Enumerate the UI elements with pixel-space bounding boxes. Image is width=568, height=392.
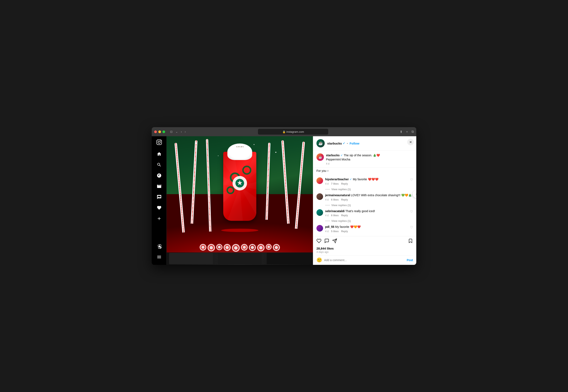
- comment-reply-button[interactable]: Reply: [341, 182, 348, 185]
- instagram-layout: 🔗 starbucks.app.link/HolidayFeatured + 4: [152, 136, 416, 265]
- post-date: 4 days ago: [317, 251, 413, 253]
- comment-reply-button[interactable]: Reply: [341, 230, 348, 233]
- caption-avatar: ☕: [317, 154, 324, 161]
- comment-body: LOVE!! With extra chocolate shaving!!! 💚…: [351, 194, 412, 197]
- comment-item: hipsterartteacher ✓ My favorite ❤️❤️❤️ 4…: [313, 176, 416, 187]
- sidebar-item-explore[interactable]: [155, 171, 164, 180]
- sidebar-item-threads[interactable]: [155, 242, 164, 251]
- comment-like-button[interactable]: ♡: [410, 225, 413, 229]
- view-replies-1[interactable]: View replies (1): [313, 187, 416, 192]
- bottom-thumbnails: [166, 252, 313, 265]
- caption-text: starbucks ✓ The sip of the season. 🎄❤️ P…: [326, 154, 380, 161]
- like-button[interactable]: [317, 238, 321, 245]
- caption-content: starbucks ✓ The sip of the season. 🎄❤️ P…: [326, 154, 380, 165]
- view-replies-text: View replies (1): [331, 219, 351, 223]
- view-replies-line: [325, 189, 330, 189]
- sidebar-item-create[interactable]: [155, 214, 164, 223]
- back-button[interactable]: ‹: [180, 130, 183, 134]
- maximize-window-button[interactable]: [163, 130, 165, 133]
- comment-button[interactable]: [324, 238, 329, 245]
- comments-section[interactable]: hipsterartteacher ✓ My favorite ❤️❤️❤️ 4…: [313, 174, 416, 236]
- comment-likes-count[interactable]: 6 likes: [331, 214, 339, 217]
- share-icon[interactable]: ⬆: [400, 130, 402, 134]
- comment-time: 4 d: [325, 182, 329, 185]
- close-icon: ✕: [409, 140, 412, 144]
- view-replies-3[interactable]: View replies (1): [313, 219, 416, 223]
- comment-username: hipsterartteacher: [325, 178, 349, 181]
- comment-content: pdl_55 My favorite ❤️🧡❤️ 4 d 5 likes Rep…: [325, 225, 413, 233]
- comment-text: sebrinacataldi That's really good iced!: [325, 209, 413, 213]
- comment-time: 4 d: [325, 230, 329, 233]
- comment-likes-count[interactable]: 7 likes: [331, 182, 339, 185]
- sidebar-toggle-button[interactable]: ⊡: [169, 130, 173, 134]
- sidebar-item-notifications[interactable]: [155, 203, 164, 212]
- view-replies-text: View replies (1): [331, 188, 351, 191]
- save-button[interactable]: [408, 238, 413, 245]
- view-replies-text: View replies (1): [331, 204, 351, 207]
- comment-body: That's really good iced!: [345, 210, 375, 213]
- caption-time: 4 d: [326, 162, 380, 165]
- for-you-bar[interactable]: For you ∨: [313, 168, 416, 174]
- comment-meta: 4 d 7 likes Reply: [325, 182, 413, 185]
- url-text: instagram.com: [287, 130, 304, 133]
- comment-content: hipsterartteacher ✓ My favorite ❤️❤️❤️ 4…: [325, 177, 413, 185]
- close-window-button[interactable]: [154, 130, 157, 133]
- sidebar-item-more[interactable]: [155, 252, 164, 262]
- emoji-picker-button[interactable]: 🙂: [317, 257, 322, 263]
- post-right-panel: ✕ ☕ starbucks ✓ • Follow ···: [313, 136, 416, 265]
- comment-item: jermaineaunatural LOVE!! With extra choc…: [313, 192, 416, 203]
- ig-sidebar: [152, 136, 166, 265]
- add-comment-row: 🙂 Post: [317, 255, 413, 263]
- sidebar-item-reels[interactable]: [155, 182, 164, 191]
- comment-reply-button[interactable]: Reply: [341, 198, 348, 201]
- comment-item: pdl_55 My favorite ❤️🧡❤️ 4 d 5 likes Rep…: [313, 223, 416, 235]
- close-modal-button[interactable]: ✕: [407, 139, 414, 145]
- sidebar-item-search[interactable]: [155, 160, 164, 169]
- follow-button[interactable]: Follow: [349, 142, 360, 145]
- view-replies-2[interactable]: View replies (1): [313, 203, 416, 208]
- comment-username: jermaineaunatural: [325, 194, 350, 197]
- share-button[interactable]: [332, 238, 337, 245]
- post-author-avatar[interactable]: ☕: [317, 139, 325, 147]
- chevron-down-icon: ⌄: [175, 130, 179, 134]
- caption-username: starbucks: [326, 154, 340, 157]
- comment-meta: 4 d 6 likes Reply: [325, 214, 413, 217]
- comment-likes-count[interactable]: 5 likes: [331, 230, 339, 233]
- header-info: starbucks ✓ • Follow: [327, 142, 405, 145]
- new-tab-button[interactable]: ＋: [405, 130, 409, 134]
- commenter-avatar[interactable]: [317, 177, 323, 184]
- titlebar: ⊡ ⌄ ‹ › 🔒 instagram.com ⬆ ＋ ⧉: [152, 127, 416, 136]
- url-bar: 🔒 instagram.com: [188, 129, 398, 135]
- comment-time: 4 d: [325, 198, 329, 201]
- comment-likes-count[interactable]: 6 likes: [331, 198, 339, 201]
- comment-input[interactable]: [324, 258, 405, 262]
- chevron-right-icon: ›: [416, 192, 416, 196]
- view-replies-line: [325, 221, 330, 221]
- chevron-down-icon: ∨: [327, 169, 329, 172]
- instagram-logo: [156, 140, 162, 146]
- comment-username: sebrinacataldi: [325, 210, 345, 213]
- forward-button[interactable]: ›: [184, 130, 187, 134]
- titlebar-controls: ⊡ ⌄ ‹ ›: [169, 130, 186, 134]
- post-comment-button[interactable]: Post: [407, 258, 413, 262]
- comment-text: pdl_55 My favorite ❤️🧡❤️: [325, 225, 413, 229]
- post-author-username: starbucks ✓ • Follow: [327, 142, 405, 145]
- tab-overview-button[interactable]: ⧉: [412, 130, 414, 134]
- minimize-window-button[interactable]: [158, 130, 161, 133]
- comment-like-button[interactable]: ♡: [410, 178, 413, 182]
- commenter-avatar[interactable]: [317, 225, 323, 232]
- likes-count: 28,844 likes: [317, 247, 413, 250]
- lock-icon: 🔒: [282, 130, 286, 133]
- sidebar-item-home[interactable]: [155, 150, 164, 159]
- url-input[interactable]: 🔒 instagram.com: [258, 129, 328, 135]
- view-replies-line: [325, 205, 330, 205]
- commenter-avatar[interactable]: [317, 193, 323, 200]
- comment-like-button[interactable]: ♡: [410, 210, 413, 214]
- dot-separator: •: [347, 142, 348, 145]
- sidebar-item-messages[interactable]: [155, 193, 164, 202]
- traffic-lights: [154, 130, 165, 133]
- comment-body: My favorite ❤️🧡❤️: [335, 225, 360, 228]
- comment-reply-button[interactable]: Reply: [341, 214, 348, 217]
- commenter-avatar[interactable]: [317, 209, 323, 216]
- comment-meta: 4 d 6 likes Reply: [325, 198, 413, 201]
